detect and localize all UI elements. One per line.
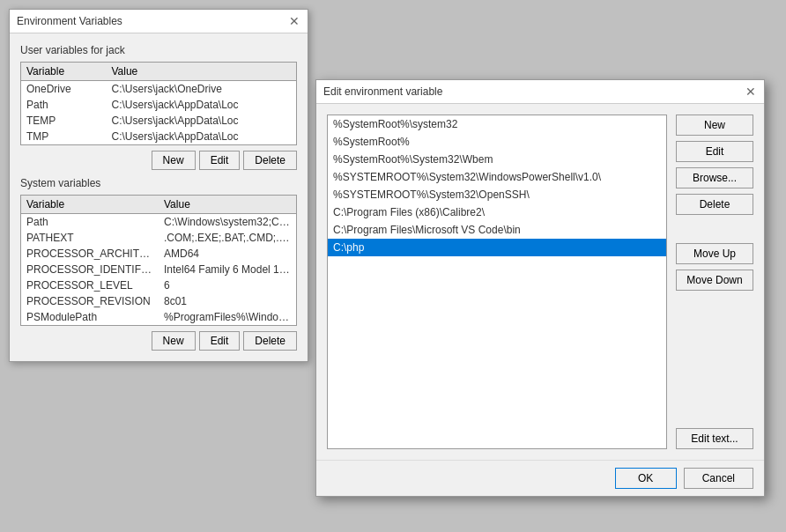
- table-row[interactable]: PathC:\Windows\system32;C:\W: [21, 214, 296, 231]
- sys-edit-button[interactable]: Edit: [199, 331, 241, 351]
- list-item[interactable]: %SYSTEMROOT%\System32\OpenSSH\: [328, 186, 666, 203]
- var-value-cell: 6: [159, 277, 296, 293]
- user-variables-table-container: Variable Value OneDriveC:\Users\jack\One…: [20, 62, 297, 145]
- user-btn-row: New Edit Delete: [20, 151, 297, 170]
- var-name-cell: Path: [21, 97, 106, 113]
- system-variables-label: System variables: [20, 177, 297, 189]
- user-variables-table: Variable Value OneDriveC:\Users\jack\One…: [21, 63, 296, 144]
- var-name-cell: PROCESSOR_LEVEL: [21, 277, 159, 293]
- table-row[interactable]: TMPC:\Users\jack\AppData\Loc: [21, 129, 296, 144]
- cancel-button[interactable]: Cancel: [684, 468, 753, 489]
- var-name-cell: PROCESSOR_ARCHITECTURE: [21, 246, 159, 262]
- sys-new-button[interactable]: New: [152, 331, 196, 351]
- edit-dialog-close-button[interactable]: ✕: [745, 85, 757, 98]
- edit-env-dialog: Edit environment variable ✕ %SystemRoot%…: [315, 79, 765, 497]
- var-name-cell: PROCESSOR_REVISION: [21, 293, 159, 309]
- system-variables-table-container: Variable Value PathC:\Windows\system32;C…: [20, 195, 297, 326]
- user-col-variable: Variable: [21, 63, 106, 81]
- table-row[interactable]: PathC:\Users\jack\AppData\Loc: [21, 97, 296, 113]
- list-item[interactable]: C:\Program Files (x86)\Calibre2\: [328, 203, 666, 221]
- table-row[interactable]: PSModulePath%ProgramFiles%\Windows: [21, 309, 296, 325]
- var-value-cell: %ProgramFiles%\Windows: [159, 309, 296, 325]
- list-item[interactable]: C:\php: [328, 239, 666, 256]
- sys-col-variable: Variable: [21, 196, 159, 214]
- var-value-cell: C:\Windows\system32;C:\W: [159, 214, 296, 231]
- var-name-cell: TEMP: [21, 113, 106, 129]
- var-name-cell: TMP: [21, 129, 106, 144]
- user-variables-label: User variables for jack: [20, 44, 297, 56]
- var-name-cell: Path: [21, 214, 159, 231]
- new-path-button[interactable]: New: [676, 115, 753, 136]
- user-delete-button[interactable]: Delete: [243, 151, 297, 170]
- path-list[interactable]: %SystemRoot%\system32%SystemRoot%%System…: [328, 115, 666, 256]
- list-item[interactable]: %SystemRoot%\system32: [328, 115, 666, 133]
- edit-dialog-content: %SystemRoot%\system32%SystemRoot%%System…: [316, 104, 764, 460]
- sys-btn-row: New Edit Delete: [20, 331, 297, 351]
- edit-dialog-title: Edit environment variable: [323, 85, 442, 98]
- var-value-cell: C:\Users\jack\OneDrive: [106, 81, 296, 98]
- var-value-cell: Intel64 Family 6 Model 140 S: [159, 262, 296, 277]
- table-row[interactable]: OneDriveC:\Users\jack\OneDrive: [21, 81, 296, 98]
- list-item[interactable]: %SystemRoot%: [328, 133, 666, 151]
- var-value-cell: AMD64: [159, 246, 296, 262]
- var-value-cell: C:\Users\jack\AppData\Loc: [106, 113, 296, 129]
- edit-dialog-titlebar: Edit environment variable ✕: [316, 80, 764, 104]
- env-window-titlebar: Environment Variables ✕: [10, 10, 308, 33]
- var-name-cell: OneDrive: [21, 81, 106, 98]
- table-row[interactable]: PROCESSOR_REVISION8c01: [21, 293, 296, 309]
- table-row[interactable]: PATHEXT.COM;.EXE;.BAT;.CMD;.VBS;: [21, 230, 296, 246]
- var-value-cell: .COM;.EXE;.BAT;.CMD;.VBS;: [159, 230, 296, 246]
- table-row[interactable]: PROCESSOR_ARCHITECTUREAMD64: [21, 246, 296, 262]
- sys-delete-button[interactable]: Delete: [243, 331, 297, 351]
- list-item[interactable]: %SystemRoot%\System32\Wbem: [328, 151, 666, 168]
- move-up-button[interactable]: Move Up: [676, 243, 753, 264]
- var-value-cell: 8c01: [159, 293, 296, 309]
- list-item[interactable]: C:\Program Files\Microsoft VS Code\bin: [328, 221, 666, 239]
- browse-path-button[interactable]: Browse...: [676, 167, 753, 188]
- user-edit-button[interactable]: Edit: [199, 151, 241, 170]
- user-col-value: Value: [106, 63, 296, 81]
- dialog-footer: OK Cancel: [316, 460, 764, 496]
- env-window-close-button[interactable]: ✕: [288, 15, 300, 27]
- sys-col-value: Value: [159, 196, 296, 214]
- env-window-content: User variables for jack Variable Value O…: [10, 33, 308, 361]
- var-value-cell: C:\Users\jack\AppData\Loc: [106, 97, 296, 113]
- user-new-button[interactable]: New: [152, 151, 196, 170]
- var-name-cell: PATHEXT: [21, 230, 159, 246]
- path-list-container[interactable]: %SystemRoot%\system32%SystemRoot%%System…: [327, 115, 667, 449]
- dialog-buttons-panel: New Edit Browse... Delete Move Up Move D…: [676, 115, 753, 449]
- env-window-title: Environment Variables: [17, 15, 122, 27]
- var-name-cell: PROCESSOR_IDENTIFIER: [21, 262, 159, 277]
- var-value-cell: C:\Users\jack\AppData\Loc: [106, 129, 296, 144]
- var-name-cell: PSModulePath: [21, 309, 159, 325]
- edit-path-button[interactable]: Edit: [676, 141, 753, 162]
- move-down-button[interactable]: Move Down: [676, 270, 753, 291]
- ok-button[interactable]: OK: [615, 468, 677, 489]
- env-variables-window: Environment Variables ✕ User variables f…: [9, 9, 308, 362]
- edit-text-button[interactable]: Edit text...: [676, 428, 753, 449]
- table-row[interactable]: PROCESSOR_LEVEL6: [21, 277, 296, 293]
- delete-path-button[interactable]: Delete: [676, 194, 753, 215]
- system-variables-table: Variable Value PathC:\Windows\system32;C…: [21, 196, 296, 325]
- table-row[interactable]: TEMPC:\Users\jack\AppData\Loc: [21, 113, 296, 129]
- table-row[interactable]: PROCESSOR_IDENTIFIERIntel64 Family 6 Mod…: [21, 262, 296, 277]
- list-item[interactable]: %SYSTEMROOT%\System32\WindowsPowerShell\…: [328, 168, 666, 186]
